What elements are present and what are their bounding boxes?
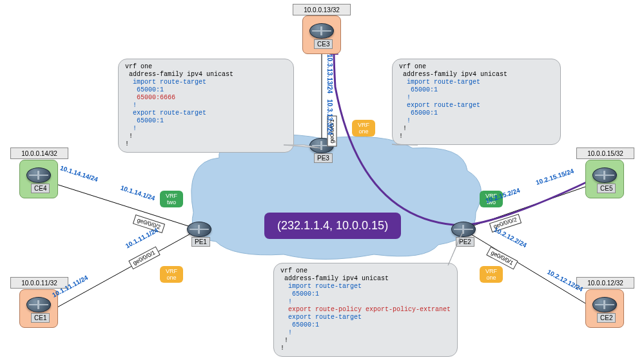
pe2top-config-bubble: vrf one address-family ipv4 unicast impo… [392,59,561,145]
ce1-label: CE1 [31,313,50,323]
ce2-ip-label: 10.0.0.12/32 [576,277,634,289]
network-diagram: { "ips": { "ce3": "10.0.0.13/32", "ce4":… [0,0,644,362]
subnet-ce3: 10.3.13.13/24 [326,54,333,93]
ce4-ip-label: 10.0.0.14/32 [10,148,68,159]
pe3-label: PE3 [314,153,333,163]
ce5-label: CE5 [597,184,616,193]
pe3-vrf-one-badge: VRF one [352,120,375,137]
ce3-router-icon [309,23,334,39]
ce4-label: CE4 [31,184,50,193]
subnet-ce5: 10.2.15.15/24 [535,167,575,186]
subnet-pe1-bot: 10.1.11.1/24 [124,227,159,250]
ce2-label: CE2 [597,313,616,323]
subnet-pe2-bot: 10.2.12.2/24 [493,226,528,249]
ce5-router-icon [592,167,617,183]
ce2-router-icon [592,297,617,312]
pe2bot-config-bubble: vrf one address-family ipv4 unicast impo… [273,263,458,357]
ce3-ip-label: 10.0.0.13/32 [293,4,351,15]
multicast-group-label: (232.1.1.4, 10.0.0.15) [264,213,401,239]
pe1-router-icon [187,222,211,237]
pe1-vrf-one-badge: VRF one [160,266,183,283]
pe2-label: PE2 [456,237,474,247]
pe1-iface-ge0001: ge0/0/0/1 [128,247,160,270]
subnet-ce4: 10.1.14.14/24 [59,164,99,183]
pe1-label: PE1 [191,237,210,247]
subnet-pe1-top: 10.1.14.1/24 [120,184,156,202]
pe3-config-bubble: vrf one address-family ipv4 unicast impo… [118,59,294,153]
subnet-pe3: 10.3.13.3/24 [326,99,333,135]
pe2-router-icon [451,222,476,237]
ce3-label: CE3 [314,39,333,49]
pe2-vrf-one-badge: VRF one [480,266,503,283]
pe1-vrf-two-badge: VRF two [160,191,183,207]
ce4-router-icon [26,167,51,183]
ce1-router-icon [26,297,51,312]
ce5-ip-label: 10.0.0.15/32 [576,148,634,159]
